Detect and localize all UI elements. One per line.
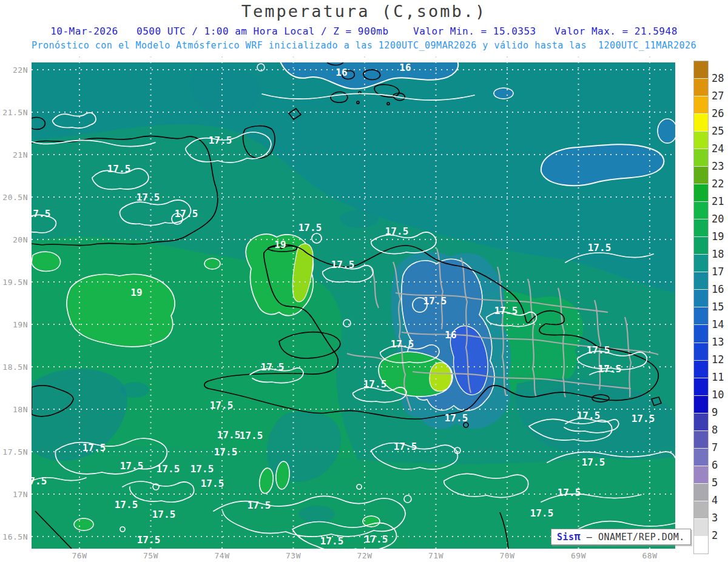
lat-label: 18.5N [0,363,28,372]
contour-value-label: 17.5 [175,208,198,219]
contour-value-label: 17.5 [24,475,47,487]
contour-value-label: 16 [445,329,456,341]
contour-value-label: 17.5 [217,429,241,441]
contour-value-label: 17.5 [363,378,387,390]
contour-value-label: 17.5 [137,534,161,546]
contour-value-label: 17.5 [261,361,285,373]
colorbar-tick-label: 3 [712,512,718,524]
colorbar-segment [694,236,708,254]
lat-label: 17N [0,490,28,499]
temperature-fills [32,59,677,549]
colorbar-segment [694,201,708,219]
colorbar-tick-label: 19 [712,230,724,243]
contour-value-label: 17.5 [115,499,138,510]
contour-value-label: 16 [335,67,347,78]
lat-label: 19.5N [0,278,28,287]
contour-value-label: 17.5 [152,509,176,520]
colorbar-segment [694,61,708,78]
lat-label: 17.5N [0,447,28,457]
colorbar-segment [694,324,708,342]
colorbar-tick-label: 10 [712,389,724,401]
colorbar-tick-label: 18 [712,248,724,260]
colorbar-segment [694,378,708,395]
contour-value-label: 17.5 [83,442,106,453]
lon-label: 69W [571,551,586,560]
colorbar-tick-label: 21 [712,195,724,207]
lat-label: 22N [0,65,28,75]
contour-value-label: 17.5 [391,338,414,350]
colorbar-tick-label: 6 [712,459,718,471]
colorbar-segment [694,501,708,518]
colorbar-segment [694,536,708,554]
colorbar-segment [694,166,708,184]
map-area: 161617.517.517.517.517.517.517.51917.517… [32,62,675,549]
contour-value-label: 17.5 [209,135,232,146]
contour-value-label: 17.5 [320,535,344,547]
lon-label: 76W [72,551,87,560]
contour-value-label: 16 [399,62,411,73]
forecast-datetime-line: 10-Mar-2026 0500 UTC / 1:00 am Hora Loca… [0,25,728,37]
colorbar-tick-label: 17 [712,266,724,278]
colorbar-segment [694,343,708,360]
colorbar-segment [694,413,708,430]
lat-label: 18N [0,405,28,414]
colorbar-tick-label: 8 [712,424,718,436]
contour-value-label: 17.5 [27,208,51,219]
contour-value-label: 17.5 [530,507,554,519]
colorbar-segment [694,289,708,307]
colorbar-segment [694,272,708,289]
colorbar-tick-label: 24 [712,142,724,155]
lon-label: 70W [500,551,515,560]
colorbar-tick-label: 5 [712,477,718,489]
credit-org-text: – ONAMET/REP.DOM. [581,532,685,543]
colorbar-segment [694,307,708,324]
contour-value-label: 17.5 [632,413,655,424]
contour-value-label: 17.5 [445,412,468,424]
contour-value-label: 17.5 [365,534,388,545]
colorbar-segment [694,113,708,131]
contour-value-label: 17.5 [157,463,180,475]
contour-value-label: 17.5 [107,163,131,175]
colorbar-segment [694,219,708,236]
contour-value-label: 17.5 [201,478,224,489]
contour-value-label: 17.5 [298,222,322,233]
contour-value-label: 17.5 [588,242,612,253]
colorbar-tick-label: 7 [712,441,718,453]
page-title: Temperatura (C,somb.) [0,2,728,21]
colorbar-tick-label: 4 [712,494,718,506]
colorbar-tick-label: 26 [712,107,724,119]
colorbar-segment [694,466,708,483]
pi-symbol: π [575,530,581,543]
contour-value-label: 19 [130,287,142,298]
lon-label: 74W [215,551,230,560]
contour-value-label: 17.5 [394,441,417,452]
lat-label: 20.5N [0,193,28,202]
colorbar-tick-label: 23 [712,160,724,172]
colorbar-segment [694,254,708,272]
colorbar-tick-label: 16 [712,283,724,295]
colorbar-tick-label: 20 [712,213,724,225]
colorbar-tick-label: 12 [712,353,724,366]
lat-label: 20N [0,235,28,244]
colorbar-tick-label: 25 [712,125,724,137]
lat-label: 21N [0,150,28,159]
model-info-line: Pronóstico con el Modelo Atmósferico WRF… [0,40,728,51]
contour-value-label: 17.5 [331,259,355,270]
contour-value-label: 17.5 [248,500,271,511]
colorbar-tick-label: 15 [712,301,724,313]
colorbar-tick-label: 22 [712,178,724,190]
colorbar-segment [694,518,708,536]
contour-value-label: 17.5 [598,363,622,375]
colorbar-segment [694,430,708,448]
lat-label: 16.5N [0,532,28,541]
lon-label: 73W [286,551,301,560]
colorbar-segment [694,131,708,149]
contour-value-label: 17.5 [577,410,601,421]
contour-value-label: 17.5 [558,487,581,498]
contour-value-label: 17.5 [423,295,447,307]
lat-label: 19N [0,320,28,329]
colorbar-segment [694,360,708,378]
colorbar-segment [694,96,708,113]
colorbar-segment [694,78,708,96]
lat-label: 21.5N [0,108,28,117]
